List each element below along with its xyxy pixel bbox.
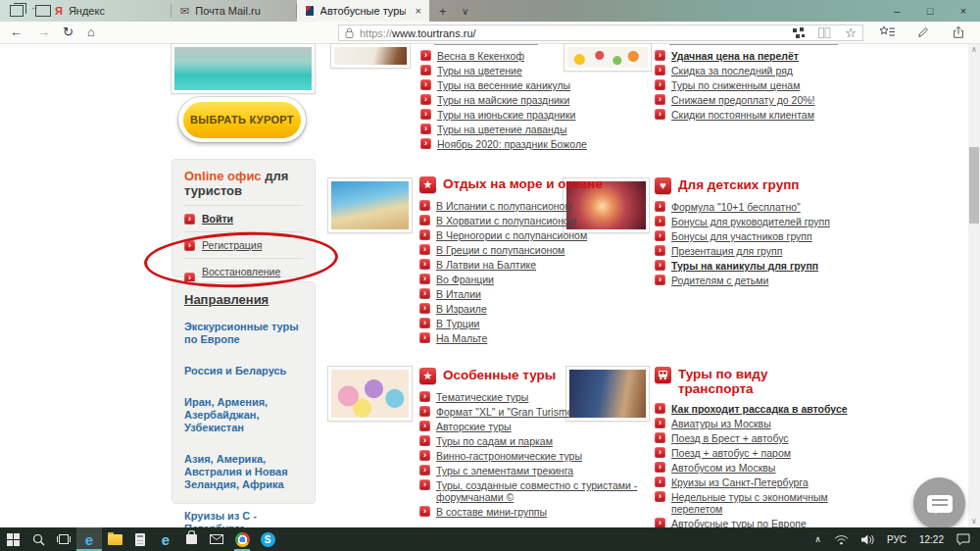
list-item[interactable]: В составе мини-группы — [419, 506, 647, 518]
list-item[interactable]: В Турции — [419, 318, 647, 329]
list-item[interactable]: Туры на майские праздники — [420, 94, 651, 106]
back-icon[interactable]: ← — [10, 25, 23, 39]
address-bar[interactable]: https://www.tourtrans.ru/ ☆ — [338, 25, 863, 41]
action-center-icon[interactable] — [956, 533, 970, 545]
list-item[interactable]: Винно-гастрономические туры — [419, 450, 647, 462]
taskbar-chrome-button[interactable] — [229, 527, 255, 551]
cropped-photo-cup[interactable] — [331, 44, 410, 68]
direction-link[interactable]: Экскурсионные туры по Европе — [184, 321, 303, 346]
list-item[interactable]: Тематические туры — [419, 391, 647, 403]
list-item[interactable]: В Черногории с полупансионом — [419, 229, 647, 241]
minimize-button[interactable]: – — [880, 0, 913, 22]
list-item[interactable]: Удачная цена на перелёт — [655, 50, 939, 62]
list-item[interactable]: Во Франции — [419, 274, 647, 285]
scrollbar-thumb[interactable] — [969, 147, 979, 224]
list-item[interactable]: Недельные туры с экономичным перелетом — [655, 491, 875, 515]
hub-favorites-icon[interactable] — [880, 25, 895, 38]
forward-icon[interactable]: → — [37, 25, 50, 39]
list-item[interactable]: Как проходит рассадка в автобусе — [655, 403, 875, 415]
list-item[interactable]: Формат "XL" и "Gran Turismo" — [419, 406, 647, 418]
list-item[interactable]: Презентация для групп — [655, 245, 949, 257]
extension-icon[interactable] — [793, 27, 805, 39]
direction-link[interactable]: Россия и Беларусь — [184, 365, 303, 377]
taskbar-skype-button[interactable]: S — [255, 527, 280, 551]
tab-tourtrans-active[interactable]: Автобусные туры по Е × — [297, 0, 429, 22]
search-icon[interactable] — [25, 527, 51, 551]
tab-yandex[interactable]: Я Яндекс — [47, 0, 171, 22]
scroll-down-icon[interactable]: ∨ — [968, 516, 980, 527]
add-favorite-star-icon[interactable]: ☆ — [845, 26, 857, 39]
choose-resort-button[interactable]: ВЫБРАТЬ КУРОРТ — [178, 97, 306, 142]
list-item[interactable]: Родителям с детьми — [655, 275, 949, 286]
share-icon[interactable] — [952, 25, 965, 39]
list-item[interactable]: Туры с элементами трекинга — [419, 465, 647, 476]
list-item[interactable]: Туры на весенние каникулы — [420, 79, 651, 91]
list-item[interactable]: В Латвии на Балтике — [419, 259, 647, 271]
list-item[interactable]: В Хорватии с полупансионом — [419, 215, 647, 226]
list-item[interactable]: Туры по сниженным ценам — [655, 79, 939, 91]
cupcakes-photo[interactable] — [328, 367, 412, 421]
taskbar-explorer-button[interactable] — [102, 527, 127, 551]
list-item[interactable]: Бонусы для участников групп — [655, 230, 949, 242]
clock[interactable]: 12:22 — [919, 534, 944, 545]
refresh-icon[interactable]: ↻ — [63, 25, 74, 39]
list-item[interactable]: Ноябрь 2020: праздник Божоле — [420, 138, 651, 150]
cut-off-link[interactable] — [434, 41, 538, 45]
list-item[interactable]: Автобусные туры по Европе — [655, 518, 875, 527]
tabs-aside-icon[interactable] — [10, 5, 24, 17]
reading-view-icon[interactable] — [818, 27, 831, 38]
taskbar-calculator-button[interactable] — [127, 527, 153, 551]
wifi-icon[interactable] — [834, 534, 849, 545]
task-view-button[interactable] — [51, 527, 76, 551]
office-link[interactable]: Регистрация — [184, 232, 303, 259]
taskbar-mail-button[interactable] — [204, 527, 229, 551]
list-item[interactable]: Бонусы для руководителей групп — [655, 216, 949, 227]
maximize-button[interactable]: □ — [913, 0, 947, 22]
close-button[interactable]: × — [947, 0, 980, 22]
list-item[interactable]: Весна в Кекенхоф — [420, 50, 651, 62]
list-item[interactable]: Туры на цветение лаванды — [420, 124, 651, 135]
list-item[interactable]: В Испании с полупансионом — [419, 200, 647, 212]
list-item[interactable]: Туры на июньские праздники — [420, 109, 651, 121]
cut-off-link[interactable] — [669, 41, 838, 45]
tab-preview-chevron-icon[interactable]: ∨ — [454, 0, 476, 22]
list-item[interactable]: Скидка за последний ряд — [655, 65, 939, 76]
home-icon[interactable]: ⌂ — [87, 25, 95, 39]
list-item[interactable]: Туры по садам и паркам — [419, 435, 647, 447]
list-item[interactable]: Поезд + автобус + паром — [655, 447, 875, 459]
list-item[interactable]: В Италии — [419, 288, 647, 300]
list-item[interactable]: Снижаем предоплату до 20%! — [655, 94, 939, 106]
direction-link[interactable]: Иран, Армения, Азербайджан, Узбекистан — [184, 396, 303, 434]
list-item[interactable]: В Греции с полупансионом — [419, 244, 647, 256]
tray-chevron-icon[interactable]: ∧ — [814, 534, 821, 544]
list-item[interactable]: Автобусом из Москвы — [655, 462, 875, 474]
language-indicator[interactable]: РУС — [887, 534, 906, 545]
taskbar-store-button[interactable] — [178, 527, 204, 551]
scroll-up-icon[interactable]: ∧ — [968, 44, 980, 56]
list-item[interactable]: Туры, созданные совместно с туристами - … — [419, 479, 647, 503]
list-item[interactable]: Авиатуры из Москвы — [655, 418, 875, 429]
direction-link[interactable]: Азия, Америка, Австралия и Новая Зеланди… — [184, 453, 303, 491]
list-item[interactable]: Туры на каникулы для групп — [655, 260, 949, 272]
list-item[interactable]: Авторские туры — [419, 421, 647, 432]
list-item[interactable]: Скидки постоянным клиентам — [655, 109, 939, 121]
start-button[interactable] — [0, 527, 25, 551]
list-item[interactable]: Формула "10+1 бесплатно" — [655, 201, 949, 213]
taskbar-ie-button[interactable]: e — [153, 527, 178, 551]
beach-photo[interactable] — [328, 178, 412, 232]
office-link[interactable]: Войти — [184, 206, 303, 232]
list-item[interactable]: Туры на цветение — [420, 65, 651, 76]
tab-mailru[interactable]: ✉ Почта Mail.ru — [172, 0, 296, 22]
taskbar-edge-button[interactable]: e — [76, 527, 102, 551]
chat-widget-button[interactable] — [913, 477, 965, 529]
volume-icon[interactable] — [861, 534, 874, 545]
list-item[interactable]: Круизы из Санкт-Петербурга — [655, 476, 875, 488]
list-item[interactable]: На Мальте — [419, 332, 647, 344]
web-note-pen-icon[interactable] — [916, 25, 930, 39]
list-item[interactable]: В Израиле — [419, 303, 647, 315]
tab-close-icon[interactable]: × — [416, 5, 421, 17]
sea-banner-image[interactable] — [172, 44, 315, 93]
vertical-scrollbar[interactable]: ∧ ∨ — [968, 44, 980, 527]
new-tab-button[interactable]: + — [431, 0, 455, 22]
list-item[interactable]: Поезд в Брест + автобус — [655, 432, 875, 444]
